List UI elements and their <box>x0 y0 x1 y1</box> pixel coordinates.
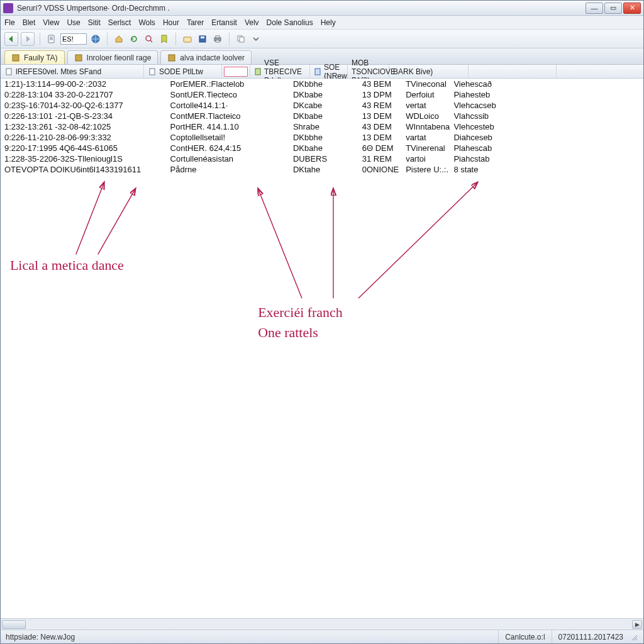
menu-item[interactable]: Wols <box>138 18 155 27</box>
minimize-button[interactable]: — <box>586 3 603 14</box>
back-button[interactable] <box>4 32 18 46</box>
toolbar <box>1 30 643 48</box>
refresh-button[interactable] <box>128 33 140 45</box>
forward-button[interactable] <box>21 32 35 46</box>
bookmark-button[interactable] <box>158 33 170 45</box>
column-header[interactable]: lREFES0vel. Mtes SFand <box>1 65 144 78</box>
table-row[interactable]: 1:21)-13:114–99-00-2·:2032PorEMER.:Flact… <box>1 79 643 89</box>
print-button[interactable] <box>211 33 224 45</box>
copy-button[interactable] <box>235 33 247 45</box>
inbox-button[interactable] <box>181 33 194 45</box>
resize-grip-icon[interactable] <box>630 633 638 641</box>
menu-item[interactable]: Sitit <box>88 18 101 27</box>
table-cell: Diahceseb <box>450 132 541 143</box>
table-row[interactable]: OTEVOPTA DOIKU6int6l1433191611PådrneDKta… <box>1 164 643 175</box>
table-cell: vartoi <box>402 153 450 164</box>
tab[interactable]: Fauily TA) <box>4 50 65 64</box>
document-icon <box>4 67 13 76</box>
toolbar-separator <box>40 33 40 45</box>
menu-item[interactable]: Fle <box>4 18 15 27</box>
menu-bar: Fle Blet Vlew Use Sitit Serlsct Wols Hоu… <box>1 16 643 30</box>
table-row[interactable]: 1:232-13:261 -32-08-42:1025PortHER. 414.… <box>1 121 643 132</box>
table-cell <box>257 89 289 100</box>
tab-label: alva indacte loolver <box>180 53 245 62</box>
table-cell: PorEMER.:Flactelob <box>167 79 257 89</box>
horizontal-scrollbar[interactable]: ▶ <box>1 618 643 630</box>
status-mid: Canlcute.o:l <box>498 630 551 643</box>
maximize-button[interactable]: ▭ <box>604 3 622 14</box>
menu-item[interactable]: Hely <box>321 18 336 27</box>
table-cell: DKtahe <box>289 164 358 175</box>
svg-line-22 <box>358 182 478 299</box>
table-cell: DKbbhe <box>289 79 358 89</box>
column-header[interactable]: SODE PtlLtw <box>144 65 222 78</box>
table-row[interactable]: 1:228-35-2206-32S-Tlleniougl1SCortullené… <box>1 153 643 164</box>
table-cell <box>541 100 643 111</box>
tab[interactable]: Inroloer fieonll rage <box>67 50 158 64</box>
table-row[interactable]: 0:228-13:104 33-20-0-221707SontUER.Tiect… <box>1 89 643 100</box>
table-cell: Derfoiut <box>402 89 450 100</box>
table-cell <box>257 153 289 164</box>
column-header[interactable]: SOE {NRew <box>310 65 348 78</box>
table-cell: WInntabenal <box>402 121 450 132</box>
column-header-row: lREFES0vel. Mtes SFand SODE PtlLtw VSE T… <box>1 65 643 79</box>
menu-item[interactable]: Blet <box>23 18 36 27</box>
bookmark-icon <box>160 35 169 43</box>
toolbar-separator <box>229 33 230 45</box>
table-cell: 0:23Ș-16:7014-32-00-Q2-6:1377 <box>1 100 167 111</box>
svg-line-19 <box>98 189 136 255</box>
menu-item[interactable]: Serlsct <box>108 18 131 27</box>
table-cell <box>257 111 289 121</box>
svg-rect-13 <box>169 55 175 61</box>
svg-line-20 <box>258 189 302 299</box>
table-cell: ContMER.Tlacteico <box>167 111 257 121</box>
menu-item[interactable]: Dole Sanolius <box>267 18 313 27</box>
inbox-icon <box>183 35 192 43</box>
table-row[interactable]: 0:226-11-210-28-06-99:3:332Coptollellset… <box>1 132 643 143</box>
menu-item[interactable]: Velv <box>245 18 259 27</box>
svg-rect-8 <box>216 40 219 42</box>
close-button[interactable]: ✕ <box>623 3 641 14</box>
menu-item[interactable]: Use <box>67 18 80 27</box>
scroll-right-button[interactable]: ▶ <box>632 620 642 629</box>
search-icon <box>145 35 153 43</box>
svg-rect-3 <box>184 37 191 42</box>
status-bar: httpsiade: New.wJog Canlcute.o:l 0720111… <box>1 630 643 643</box>
table-cell: DKbabe <box>289 111 358 121</box>
search-button[interactable] <box>143 33 155 45</box>
floppy-icon <box>198 35 207 43</box>
status-right: 07201111.2017423 <box>552 630 630 643</box>
table-cell: 1:232-13:261 -32-08-42:1025 <box>1 121 167 132</box>
table-cell: ContHER. 624,4:15 <box>167 143 257 153</box>
menu-item[interactable]: Hоur <box>163 18 179 27</box>
table-row[interactable]: 0:226-13:101 -21-QB-S-23:34ContMER.Tlact… <box>1 111 643 121</box>
table-cell <box>541 153 643 164</box>
column-header[interactable] <box>222 65 250 78</box>
column-header[interactable]: MOB TSONClOVE PAf0) <box>348 65 389 78</box>
column-header[interactable]: VSE TBRECIVE D lel) <box>250 65 310 78</box>
scrollbar-thumb[interactable] <box>2 620 26 629</box>
table-cell: TVinerenal <box>402 143 450 153</box>
menu-item[interactable]: Ertansit <box>211 18 237 27</box>
menu-item[interactable]: Vlew <box>43 18 59 27</box>
table-cell: vertat <box>402 100 450 111</box>
toolbar-search-input[interactable] <box>60 33 87 45</box>
column-label: lREFES0vel. Mtes SFand <box>16 67 101 76</box>
table-row[interactable]: 9:220-17:1995 4Q6-44S-61065ContHER. 624,… <box>1 143 643 153</box>
home-button[interactable] <box>113 33 125 45</box>
table-cell: Plahescab <box>450 143 541 153</box>
globe-button[interactable] <box>89 33 102 45</box>
app-icon <box>3 3 13 13</box>
dropdown-button[interactable] <box>250 33 262 45</box>
table-row[interactable]: 0:23Ș-16:7014-32-00-Q2-6:1377Cortolle414… <box>1 100 643 111</box>
column-header[interactable]: BARK Bive) <box>389 65 469 78</box>
save-button[interactable] <box>196 33 209 45</box>
table-cell: 31 REM <box>358 153 402 164</box>
column-header[interactable] <box>469 65 557 78</box>
table-cell <box>541 79 643 89</box>
menu-item[interactable]: Tarer <box>187 18 204 27</box>
tab[interactable]: alva indacte loolver <box>160 50 252 64</box>
page-icon[interactable] <box>45 33 58 45</box>
svg-point-2 <box>146 36 151 41</box>
svg-rect-15 <box>150 69 155 75</box>
